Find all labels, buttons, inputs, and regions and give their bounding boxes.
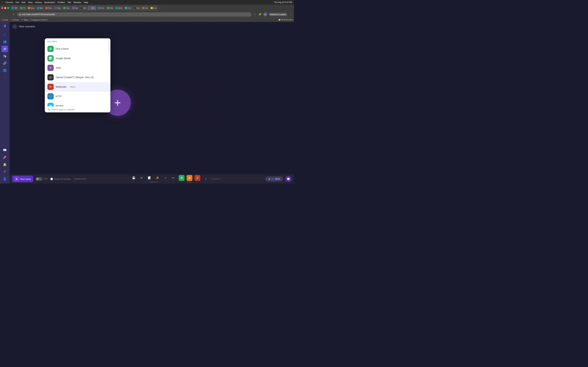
menu-chrome[interactable]: Chrome: [5, 1, 13, 4]
templates-icon: 🎭: [3, 54, 7, 58]
tab-favicon-pop: [55, 7, 57, 9]
tab-ard[interactable]: Ard: [141, 6, 149, 10]
tab-hoo[interactable]: hoo: [149, 6, 158, 10]
list-item-google-sheets[interactable]: 📊 Google Sheets: [45, 54, 110, 63]
add-favorite-btn[interactable]: +: [203, 176, 209, 182]
tab-favicon-75: [20, 7, 22, 9]
chrome-tab-bar: 369 75 How Mai Ren Pop Five Sig: [0, 5, 294, 11]
fullscreen-window-btn[interactable]: [7, 7, 9, 9]
sidebar-item-more[interactable]: ⋮: [1, 74, 8, 81]
list-item-tools[interactable]: ✳ Tools: [45, 63, 110, 73]
bookmark-youtube[interactable]: ▶ YouTube: [10, 19, 19, 21]
profile-btn[interactable]: N: [263, 12, 267, 17]
toggle-off-label: OFF: [44, 178, 48, 180]
refresh-btn[interactable]: ↻: [12, 12, 16, 17]
mac-menu:  Chrome File Edit View History Bookmark…: [2, 1, 88, 4]
tab-label-inte: Inte: [83, 7, 86, 9]
tab-75[interactable]: 75: [19, 6, 26, 10]
list-item-flow-control[interactable]: ⚙ Flow Control: [45, 44, 110, 54]
tab-ren[interactable]: Ren: [44, 6, 53, 10]
controls-section: 💾 ⚙ 📝 ✨ ↗ ••• CONTROLS: [131, 175, 176, 183]
all-bookmarks[interactable]: 📁 All Bookmarks: [278, 19, 293, 21]
ai-beta-btn[interactable]: ✨ AI BETA: [266, 177, 283, 181]
send-icon[interactable]: ↗: [162, 175, 168, 181]
forward-nav-btn[interactable]: →: [7, 12, 10, 17]
canvas-area: ← New scenario ALL APPS ⚙ Flow Control: [9, 22, 294, 184]
bookmark-integral[interactable]: S integral of cos(x^2): [30, 19, 47, 21]
settings-icon[interactable]: ⚙: [139, 175, 145, 181]
sidebar-item-scenarios[interactable]: ⇄: [1, 46, 8, 52]
tab-pop[interactable]: Pop: [53, 6, 62, 10]
notes-icon[interactable]: 📝: [147, 175, 152, 181]
tab-369[interactable]: 369: [10, 6, 19, 10]
tools-gear-icon[interactable]: ⚙: [179, 175, 185, 181]
tab-mai[interactable]: Mai: [36, 6, 44, 10]
list-item-webhooks[interactable]: ⟳ Webhooks Built-in: [45, 82, 110, 92]
tab-make-active[interactable]: M ✕: [88, 6, 96, 10]
webhooks-name: Webhooks: [56, 85, 66, 88]
tab-adm[interactable]: Adm: [114, 6, 123, 10]
sidebar-item-help[interactable]: ?: [1, 168, 8, 175]
tab-label-adm: Adm: [118, 7, 122, 9]
tab-label-75: 75: [23, 7, 25, 9]
bookmark-gmail[interactable]: G Gmail: [1, 19, 8, 21]
wand-icon[interactable]: ✨: [154, 175, 160, 181]
new-tab-btn[interactable]: +: [158, 6, 163, 10]
list-item-airtable[interactable]: ▦ Airtable: [45, 101, 110, 106]
menu-window[interactable]: Window: [73, 1, 81, 4]
menu-profiles[interactable]: Profiles: [58, 1, 65, 4]
tab-label-ren: Ren: [48, 7, 52, 9]
back-to-scenarios-btn[interactable]: ←: [12, 24, 17, 29]
list-item-http[interactable]: 🌐 HTTP: [45, 92, 110, 101]
tab-dev[interactable]: Dev: [97, 6, 105, 10]
menu-file[interactable]: File: [16, 1, 19, 4]
save-icon[interactable]: 💾: [131, 175, 137, 181]
relaunch-update-btn[interactable]: Relaunch to update: [268, 13, 287, 16]
sidebar-logo[interactable]: ⫵: [2, 23, 8, 29]
tab-sig[interactable]: Sig: [71, 6, 79, 10]
chrome-menu-btn[interactable]: ⋮: [289, 12, 293, 17]
run-once-btn[interactable]: ▶ Run once: [12, 176, 33, 182]
tools-number-icon[interactable]: 1: [194, 175, 200, 181]
bookmark-star-btn[interactable]: ☆: [253, 12, 257, 17]
sidebar-item-templates[interactable]: 🎭: [1, 53, 8, 59]
back-nav-btn[interactable]: ←: [1, 12, 5, 17]
tab-how[interactable]: How: [27, 6, 36, 10]
tab-five[interactable]: Five: [62, 6, 71, 10]
sidebar-item-docs[interactable]: 📖: [1, 147, 8, 153]
sidebar-item-connections[interactable]: 🔗: [1, 60, 8, 67]
sidebar-item-notifications[interactable]: 🔔: [1, 161, 8, 168]
tab-cou[interactable]: Cou: [124, 6, 132, 10]
tab-close-make[interactable]: ✕: [94, 7, 95, 9]
tab-favicon-mai: [37, 7, 39, 9]
minimize-window-btn[interactable]: [4, 7, 6, 9]
menu-edit[interactable]: Edit: [22, 1, 25, 4]
bookmark-maps[interactable]: 📍 Maps: [21, 19, 28, 21]
search-icon: 🔍: [47, 108, 50, 111]
sidebar-item-home[interactable]: ⌂: [1, 31, 8, 38]
tab-not[interactable]: Not: [133, 6, 141, 10]
list-item-openai[interactable]: ◎ OpenAI (ChatGPT, Whisper, DALL-E): [45, 73, 110, 82]
search-input[interactable]: [52, 108, 108, 111]
tools-asterisk-icon[interactable]: ✳: [187, 175, 192, 181]
help-chat-btn[interactable]: 💬: [285, 176, 291, 182]
menu-history[interactable]: History: [35, 1, 42, 4]
tab-inte[interactable]: Inte: [79, 6, 87, 10]
sidebar-item-deploy[interactable]: 🚀: [1, 154, 8, 161]
sidebar-item-user[interactable]: 👤: [1, 176, 8, 182]
sidebar-item-team[interactable]: 👥: [1, 38, 8, 45]
tab-res[interactable]: Res: [106, 6, 114, 10]
close-window-btn[interactable]: [1, 7, 3, 9]
controls-icons: 💾 ⚙ 📝 ✨ ↗ •••: [131, 175, 176, 181]
interval-label: Every 15 minutes.: [54, 178, 71, 180]
sidebar-item-webhooks[interactable]: 🌐: [1, 67, 8, 74]
address-bar[interactable]: 🔒 eu2.make.com/667076/scenarios/add: [17, 12, 251, 17]
menu-bookmarks[interactable]: Bookmarks: [44, 1, 55, 4]
menu-view[interactable]: View: [28, 1, 33, 4]
menu-help[interactable]: Help: [84, 1, 88, 4]
scheduling-toggle[interactable]: [36, 177, 42, 181]
more-controls-icon[interactable]: •••: [170, 175, 176, 181]
menu-tab[interactable]: Tab: [68, 1, 71, 4]
tab-favicon-cou: [125, 7, 127, 9]
extensions-btn[interactable]: 🧩: [258, 12, 262, 17]
